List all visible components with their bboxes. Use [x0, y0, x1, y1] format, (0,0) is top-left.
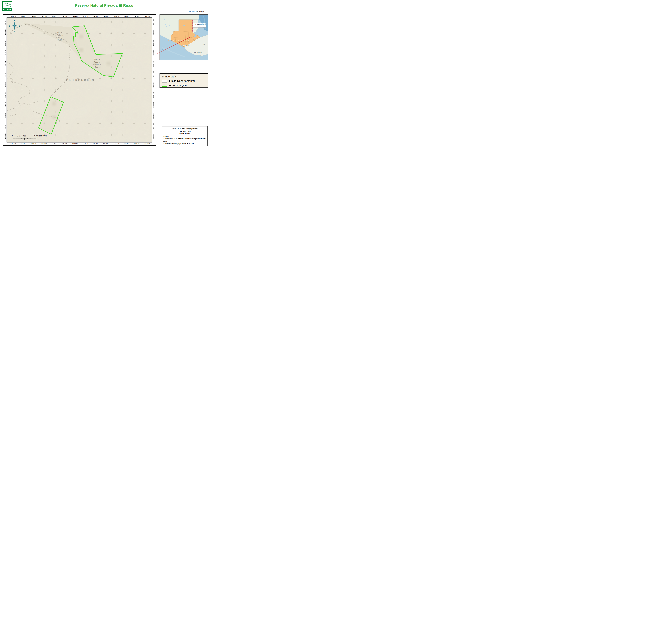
legend-item-protected-area: Área protegida: [162, 84, 206, 87]
reference-number-label: 721: [161, 49, 163, 50]
x-grid-label: 540400: [21, 143, 26, 144]
compass-east-label: E: [19, 25, 20, 27]
x-grid-label: 540600: [31, 143, 36, 144]
y-grid-label: 1658200: [5, 30, 6, 35]
coordinate-system-info-box: Sistema de coordenadas proyectadas Proye…: [162, 126, 208, 146]
x-grid-label: 542000: [103, 15, 108, 17]
legend-item-departmental-limit: Límite Departamental: [162, 79, 206, 82]
y-grid-label: 1657600: [5, 61, 6, 67]
y-grid-label: 1658000: [5, 40, 6, 46]
inset-country-label: G u a t e m a l a: [168, 40, 189, 42]
y-grid-label: 1656200: [152, 133, 154, 140]
x-grid-label: 542400: [124, 15, 129, 17]
scale-unit-label: Kilómetros: [37, 135, 47, 137]
y-grid-label: 1658400: [5, 19, 6, 25]
map-frame: 5402005404005406005408005410005412005414…: [3, 14, 156, 145]
y-grid-label: 1657000: [5, 92, 6, 98]
grid-labels-top: 5402005404005406005408005410005412005414…: [6, 15, 152, 17]
x-grid-label: 540800: [42, 15, 46, 17]
inset-locator-map: G u a t e m a l a Guatemala San Salvador…: [160, 14, 208, 60]
x-grid-label: 542800: [145, 143, 150, 144]
x-grid-label: 542800: [145, 15, 150, 17]
x-grid-label: 541800: [93, 143, 98, 144]
y-grid-label: 1657400: [152, 71, 154, 77]
legend: Simbología Límite Departamental Área pro…: [160, 73, 208, 88]
y-grid-label: 1656400: [5, 123, 6, 129]
fuente-label: Fuente:: [163, 135, 206, 138]
x-grid-label: 542000: [103, 143, 108, 144]
y-grid-label: 1656600: [5, 113, 6, 119]
map-canvas: N E O S Reserva Natural Privada El Roble…: [6, 17, 152, 142]
x-grid-label: 542200: [113, 15, 119, 17]
legend-title: Simbología: [162, 75, 206, 78]
compass-south-label: S: [14, 30, 15, 32]
y-grid-label: 1658200: [152, 30, 154, 35]
info-line: Datum WGS84: [163, 132, 206, 135]
y-grid-label: 1658400: [152, 19, 154, 25]
y-grid-label: 1657600: [152, 61, 154, 67]
compass-west-label: O: [9, 25, 11, 27]
source-line: Base de datos cartografía básica IGN 201…: [163, 142, 206, 145]
x-grid-label: 541000: [52, 143, 57, 144]
department-label: EL PROGRESO: [66, 79, 95, 82]
x-grid-label: 541600: [83, 15, 88, 17]
y-grid-label: 1656800: [152, 102, 154, 108]
compass-north-label: N: [14, 19, 15, 22]
honduras-partial-label: H o: [203, 43, 207, 45]
inset-lake: [183, 25, 185, 26]
info-line: Proyección GTM: [163, 130, 206, 132]
san-salvador-label: San Salvador: [194, 52, 202, 53]
y-grid-label: 1657400: [5, 71, 6, 77]
y-grid-label: 1656200: [5, 133, 6, 140]
protected-area-swatch: [162, 84, 167, 87]
y-grid-label: 1657200: [5, 82, 6, 88]
x-grid-label: 540800: [42, 143, 46, 144]
x-grid-label: 542400: [124, 143, 129, 144]
x-grid-label: 541000: [52, 15, 57, 17]
x-grid-label: 541200: [62, 143, 67, 144]
conap-logo: CONAP: [2, 1, 12, 11]
y-grid-label: 1656800: [5, 102, 6, 108]
y-grid-label: 1657200: [152, 82, 154, 88]
legend-item-label: Área protegida: [169, 84, 187, 87]
page-title: Reserva Natural Privada El Risco: [0, 3, 208, 7]
conap-logo-text: CONAP: [3, 8, 12, 11]
scale-tick-label: 0.11: [17, 135, 20, 137]
x-grid-label: 540200: [11, 143, 16, 144]
y-grid-label: 1656600: [152, 113, 154, 119]
x-grid-label: 541200: [62, 15, 67, 17]
x-grid-label: 540200: [11, 15, 16, 17]
x-grid-label: 541800: [93, 15, 98, 17]
territorial-dispute-note: Diferendo territorial no resuelto: [193, 22, 207, 28]
departmental-limit-swatch: [162, 80, 167, 82]
x-grid-label: 540400: [21, 15, 26, 17]
grid-labels-right: 1658400165820016580001657800165760016574…: [152, 17, 156, 142]
scale-tick-label: 0: [12, 135, 13, 137]
grid-labels-bottom: 5402005404005406005408005410005412005414…: [6, 142, 152, 145]
info-line: Sistema de coordenadas proyectadas: [163, 127, 206, 130]
y-grid-label: 1657000: [152, 92, 154, 98]
header-divider: [0, 10, 208, 10]
legend-item-label: Límite Departamental: [169, 79, 195, 82]
x-grid-label: 542200: [113, 143, 119, 144]
x-grid-label: 540600: [31, 15, 36, 17]
conap-emblem-icon: [3, 2, 12, 8]
x-grid-label: 542600: [134, 15, 139, 17]
capital-city-label: Guatemala: [183, 45, 189, 46]
x-grid-label: 541400: [72, 15, 77, 17]
map-sheet: CONAP Reserva Natural Privada El Risco D…: [0, 0, 208, 147]
x-grid-label: 541600: [83, 143, 88, 144]
grid-labels-left: 1658400165820016580001657800165760016574…: [3, 17, 6, 142]
y-grid-label: 1657800: [152, 50, 154, 56]
y-grid-label: 1658000: [152, 40, 154, 46]
source-line: Base de datos de la Dirección Análisis G…: [163, 137, 206, 142]
y-grid-label: 1657800: [5, 50, 6, 56]
scale-tick-label: 0.22: [22, 135, 26, 137]
document-code: DAGeos-385-2026-BS: [188, 11, 206, 13]
x-grid-label: 541400: [72, 143, 77, 144]
x-grid-label: 542600: [134, 143, 139, 144]
y-grid-label: 1656400: [152, 123, 154, 129]
